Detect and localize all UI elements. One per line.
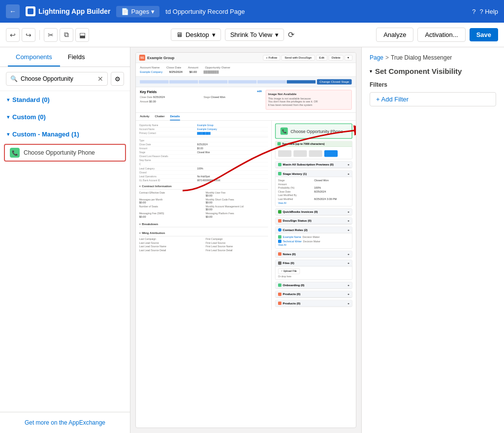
key-fields-area: Key Fields edit Close Date 8/25/2024 Sta… — [136, 87, 356, 113]
upload-action[interactable] — [278, 150, 291, 157]
visibility-chevron-icon[interactable]: ▾ — [370, 68, 372, 74]
follow-button[interactable]: + Follow — [263, 55, 280, 61]
help-label[interactable]: ? Help — [479, 8, 498, 15]
preview-header: SG Example Group + Follow Send with Docu… — [136, 53, 356, 63]
stage-steps — [140, 80, 315, 84]
onboarding-label: Onboarding (0) — [283, 284, 305, 287]
tab-chatter[interactable]: Chatter — [155, 113, 164, 121]
stage-history-label: Stage History (1) — [283, 172, 307, 175]
contract-toggle-icon[interactable]: ▾ — [139, 185, 141, 188]
subscription-widget-header: Masin All Subscription Previews (0) + — [276, 162, 352, 168]
contract-field-3: Messages per Month $0.00 — [139, 198, 202, 204]
bold-action[interactable] — [309, 150, 322, 157]
change-closed-stage-button[interactable]: Change Closed Stage — [317, 79, 352, 85]
opp-name-row: Opportunity Name Example Group Account N… — [139, 123, 268, 135]
quickbooks-expand-icon[interactable]: + — [347, 210, 349, 214]
products-expand-icon-2[interactable]: + — [347, 301, 349, 305]
pages-chevron-icon: ▾ — [151, 8, 155, 15]
docusign-title-group: DocuSign Status (0) — [278, 219, 312, 223]
main-two-col: Opportunity Name Example Group Account N… — [136, 121, 356, 310]
component-item-choose-opportunity-phone[interactable]: 📞 Choose Opportunity Phone — [4, 144, 126, 162]
appexchange-banner[interactable]: Get more on the AppExchange — [0, 412, 130, 433]
breakdown-toggle-icon[interactable]: ▾ — [139, 222, 141, 225]
send-with-docusign-button[interactable]: Send with DocuSign — [282, 55, 315, 61]
standard-section-header[interactable]: ▾ Standard (0) — [0, 91, 130, 108]
main-layout: Components Fields 🔍 ✕ ⚙ ▾ Standard (0) ▾… — [0, 47, 504, 433]
stage-bar: Change Closed Stage — [136, 77, 356, 87]
record-meta: Account Name Close Date Amount Opportuni… — [140, 66, 351, 69]
contact-roles-expand-icon[interactable]: + — [347, 228, 349, 232]
notes-header: Notes (0) + — [276, 251, 352, 258]
breadcrumb-page[interactable]: Page — [370, 54, 383, 61]
contract-info-label: Contract Information — [142, 185, 172, 188]
field-step-name: Step Name — [139, 159, 268, 163]
undo-icon: ↩ — [10, 31, 16, 39]
choose-opportunity-phone-widget[interactable]: 📞 Choose Opportunity Phone — [275, 123, 352, 138]
error-title: Image Not Available — [268, 92, 349, 96]
save-button[interactable]: Save — [470, 28, 498, 41]
activation-button[interactable]: Activation... — [417, 28, 465, 42]
paste-button[interactable]: ⬓ — [75, 28, 89, 42]
field-stage2: Stage Closed Won — [139, 151, 268, 155]
filters-label: Filters — [370, 81, 496, 88]
redo-button[interactable]: ↪ — [22, 28, 35, 42]
tab-details[interactable]: Details — [170, 113, 180, 121]
view-all-link[interactable]: View All — [278, 202, 349, 204]
mktg-field-8: First Lead Source Detail — [206, 249, 268, 252]
canvas-frame: SG Example Group + Follow Send with Docu… — [135, 52, 356, 428]
products-expand-icon-1[interactable]: + — [347, 293, 349, 296]
contact-2-row: Technical Writer Decision Maker — [278, 239, 349, 243]
refresh-button[interactable]: ⟳ — [288, 30, 294, 39]
files-expand-icon[interactable]: + — [347, 262, 349, 265]
contact-1-name: Example Name — [283, 235, 301, 238]
toolbar-right: Analyze Activation... Save — [376, 28, 498, 42]
contact-view-all-link[interactable]: View All — [278, 244, 349, 246]
tab-components[interactable]: Components — [8, 47, 60, 67]
components-list: ▾ Standard (0) ▾ Custom (0) ▾ Custom - M… — [0, 91, 130, 412]
view-select[interactable]: Shrink To View ▾ — [225, 29, 284, 41]
field-c: C — [139, 163, 268, 167]
tab-fields[interactable]: Fields — [60, 47, 93, 67]
emoji-action[interactable] — [293, 150, 307, 157]
page-preview[interactable]: SG Example Group + Follow Send with Docu… — [136, 53, 356, 428]
cut-button[interactable]: ✂ — [44, 28, 58, 42]
custom-section-header[interactable]: ▾ Custom (0) — [0, 108, 130, 126]
notes-expand-icon[interactable]: + — [347, 252, 349, 256]
more-actions-button[interactable]: ▾ — [345, 55, 352, 61]
undo-button[interactable]: ↩ — [6, 28, 20, 42]
field-lead-operations: Lead Operations No HubSpot — [139, 175, 268, 179]
device-select[interactable]: 🖥 Desktop ▾ — [171, 29, 221, 41]
set-visibility-title: Set Component Visibility — [375, 67, 462, 75]
stage-step-1 — [140, 80, 168, 84]
quickbooks-icon — [278, 210, 282, 214]
contact-roles-title-group: Contact Roles (2) — [278, 228, 308, 232]
subscription-expand-icon[interactable]: + — [347, 163, 349, 167]
custom-section-label: Custom (0) — [12, 113, 46, 121]
clear-search-icon[interactable]: ✕ — [97, 75, 103, 83]
upload-file-button[interactable]: ↑ Upload File — [278, 268, 300, 274]
subscription-label: Masin All Subscription Previews (0) — [283, 163, 334, 167]
breadcrumb: Page > True Dialog Messenger — [370, 54, 496, 61]
custom-managed-section-header[interactable]: ▾ Custom - Managed (1) — [0, 126, 130, 143]
back-button[interactable]: ← — [6, 4, 20, 18]
add-filter-button[interactable]: + Add Filter — [370, 92, 496, 106]
docusign-expand-icon[interactable]: + — [347, 219, 349, 223]
redo-icon: ↪ — [26, 31, 32, 39]
settings-button[interactable]: ⚙ — [111, 72, 124, 86]
search-input[interactable] — [21, 75, 94, 82]
files-icon — [278, 262, 282, 265]
edit-fields-link[interactable]: edit — [257, 90, 262, 93]
tab-activity[interactable]: Activity — [140, 113, 149, 121]
template-action[interactable] — [324, 150, 338, 157]
nav-left: ← Lightning App Builder 📄 Pages ▾ td Opp… — [6, 4, 245, 18]
delete-button[interactable]: Delete — [329, 55, 344, 61]
preview-org: SG Example Group — [139, 55, 175, 61]
copy-button[interactable]: ⧉ — [60, 28, 73, 42]
analyze-button[interactable]: Analyze — [376, 28, 413, 42]
stage-history-expand-icon[interactable]: + — [347, 172, 349, 175]
app-icon — [26, 6, 35, 16]
edit-button[interactable]: Edit — [316, 55, 327, 61]
onboarding-expand-icon[interactable]: + — [347, 284, 349, 287]
pages-dropdown[interactable]: 📄 Pages ▾ — [116, 6, 159, 17]
mktg-toggle-icon[interactable]: ▾ — [139, 232, 141, 234]
